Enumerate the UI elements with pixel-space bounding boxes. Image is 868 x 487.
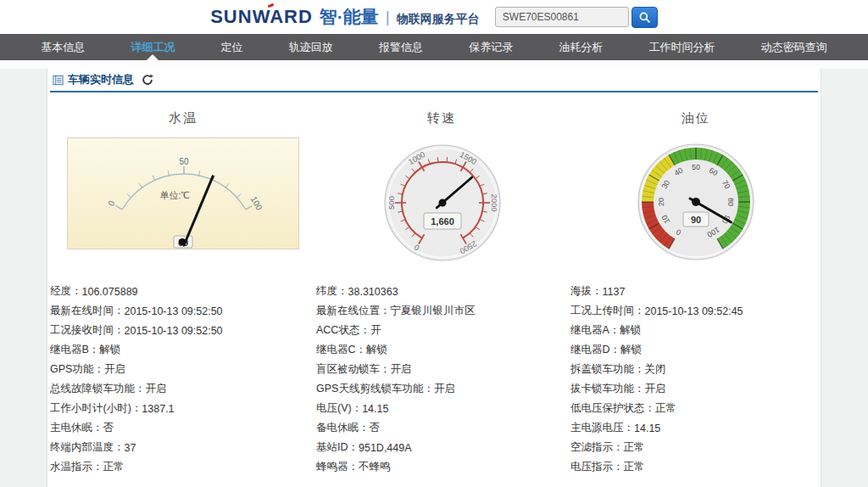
info-item: 总线故障锁车功能：开启 (50, 379, 316, 399)
nav-tab-label: 定位 (221, 40, 243, 55)
info-label: 工作小时计(小时) (50, 401, 131, 416)
info-item: 电压指示：正常 (570, 457, 820, 477)
info-label: 空滤指示 (570, 440, 613, 455)
info-value: 正常 (655, 401, 676, 416)
sunward-logo: SUNWARD 智·能量 | 物联网服务平台 (210, 5, 480, 29)
info-label: 电压(V) (316, 401, 352, 416)
search-input[interactable] (495, 7, 629, 27)
info-label: 拆盖锁车功能 (570, 362, 634, 377)
info-label: 蜂鸣器 (316, 460, 348, 474)
svg-text:1,660: 1,660 (431, 216, 454, 227)
info-value: 否 (370, 421, 381, 435)
page: SUNWARD 智·能量 | 物联网服务平台 基本信息详细工况定位轨迹回放报警信… (0, 0, 868, 487)
info-separator: ： (423, 382, 434, 396)
nav-tab-label: 轨迹回放 (289, 40, 333, 55)
info-separator: ： (348, 440, 359, 455)
nav-tab-6[interactable]: 油耗分析 (554, 34, 608, 60)
info-value: 开启 (146, 382, 167, 396)
info-value: 解锁 (99, 343, 120, 357)
header: SUNWARD 智·能量 | 物联网服务平台 (0, 0, 868, 34)
nav-tab-label: 工作时间分析 (649, 40, 715, 55)
info-item: 基站ID：951D,449A (316, 438, 570, 457)
info-label: 主电休眠 (50, 421, 92, 435)
info-item: ACC状态：开 (316, 321, 570, 340)
info-value: 解锁 (620, 323, 641, 338)
info-item: 继电器B：解锁 (50, 340, 316, 360)
info-separator: ： (71, 284, 82, 299)
info-separator: ： (89, 343, 100, 357)
search-button[interactable] (632, 7, 658, 28)
info-item: 低电压保护状态：正常 (570, 399, 820, 418)
info-separator: ： (613, 440, 624, 455)
info-item: 主电休眠：否 (50, 418, 316, 438)
nav-tab-1[interactable]: 详细工况 (125, 34, 180, 60)
info-separator: ： (609, 323, 620, 338)
svg-text:50: 50 (692, 163, 700, 171)
info-label: 总线故障锁车功能 (50, 382, 135, 396)
info-separator: ： (613, 460, 624, 474)
info-separator: ： (610, 343, 621, 357)
brand-label: SUNWARD (210, 6, 313, 27)
info-item: 工作小时计(小时)：1387.1 (50, 399, 316, 418)
nav-tab-5[interactable]: 保养记录 (464, 34, 518, 60)
info-label: 继电器B (50, 343, 89, 357)
nav-tab-8[interactable]: 动态密码查询 (756, 34, 832, 60)
refresh-icon (142, 74, 153, 86)
info-item: 电压(V)：14.15 (316, 399, 570, 418)
info-separator: ： (634, 382, 645, 396)
content-panel: 车辆实时信息 水温 转速 油位 050100单位:℃69 05001000150… (47, 68, 821, 487)
search-icon (638, 11, 651, 24)
nav-tabs: 基本信息详细工况定位轨迹回放报警信息保养记录油耗分析工作时间分析动态密码查询 (0, 34, 868, 60)
info-separator: ： (93, 362, 104, 377)
info-separator: ： (624, 421, 635, 435)
info-label: 电压指示 (570, 460, 613, 474)
info-label: GPS天线剪线锁车功能 (316, 382, 423, 396)
info-item: 终端内部温度：37 (50, 438, 316, 457)
info-item: 经度：106.075889 (50, 282, 316, 301)
section-title: 车辆实时信息 (68, 72, 134, 87)
nav-tab-label: 动态密码查询 (761, 40, 827, 55)
info-separator: ： (92, 460, 103, 474)
fuel-level-gauge: 010203040506070809010090 (626, 132, 765, 271)
info-separator: ： (356, 343, 367, 357)
info-value: 2015-10-13 09:52:45 (645, 305, 743, 317)
nav-tab-2[interactable]: 定位 (216, 34, 248, 60)
info-item: 拆盖锁车功能：关闭 (570, 360, 820, 379)
info-label: 工况接收时间 (50, 323, 114, 338)
info-value: 开启 (434, 382, 455, 396)
info-value: 开启 (645, 382, 666, 396)
info-label: 经度 (50, 284, 71, 299)
nav-tab-0[interactable]: 基本信息 (36, 34, 90, 60)
gauge-title-rpm: 转速 (314, 110, 569, 126)
info-item: 空滤指示：正常 (570, 438, 820, 457)
nav-tab-7[interactable]: 工作时间分析 (644, 34, 721, 60)
info-separator: ： (380, 304, 391, 318)
info-separator: ： (135, 382, 146, 396)
info-separator: ： (337, 284, 348, 299)
info-label: 海拔 (570, 284, 592, 299)
nav-tab-3[interactable]: 轨迹回放 (284, 34, 338, 60)
info-label: 纬度 (316, 284, 337, 299)
info-value: 14.15 (362, 403, 388, 415)
svg-text:100: 100 (249, 195, 264, 212)
nav-tab-label: 基本信息 (41, 40, 85, 55)
info-value: 正常 (624, 460, 645, 474)
info-item: 主电源电压：14.15 (570, 418, 820, 438)
info-value: 1387.1 (142, 403, 174, 415)
info-label: GPS功能 (50, 362, 93, 377)
info-separator: ： (592, 284, 603, 299)
info-value: 不蜂鸣 (359, 460, 391, 474)
nav-tab-4[interactable]: 报警信息 (374, 34, 428, 60)
info-item: GPS天线剪线锁车功能：开启 (316, 379, 570, 399)
info-value: 951D,449A (359, 442, 412, 454)
info-item: 最新在线时间：2015-10-13 09:52:50 (50, 301, 316, 321)
info-label: 继电器A (570, 323, 609, 338)
active-tab-indicator (147, 54, 159, 60)
info-value: 解锁 (366, 343, 387, 357)
gauge-title-fuel-level: 油位 (569, 110, 823, 126)
svg-text:80: 80 (726, 198, 735, 206)
refresh-button[interactable] (142, 74, 153, 86)
info-item: 水温指示：正常 (50, 457, 316, 477)
info-value: 开 (370, 323, 381, 338)
info-item: 纬度：38.310363 (316, 282, 570, 301)
